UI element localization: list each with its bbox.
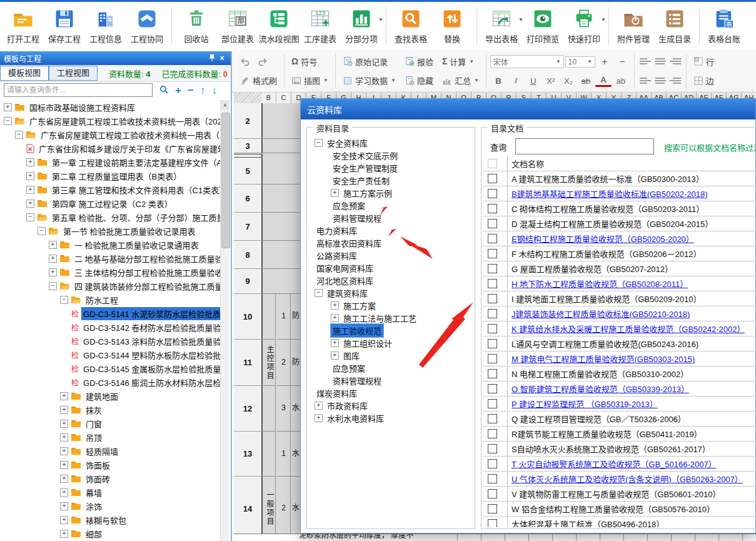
expand-icon[interactable]: + xyxy=(60,406,68,414)
catalog-tree-item[interactable]: +施工组织设计 xyxy=(312,336,467,349)
catalog-tree-item[interactable]: 高标准农田资料库 xyxy=(312,236,467,249)
doc-checkbox[interactable] xyxy=(488,429,497,438)
sheet-cell[interactable]: 2 xyxy=(277,477,291,541)
doc-row[interactable]: F 木结构工程施工质量验收规范（GB50206－2012） xyxy=(483,246,756,261)
tree-item[interactable]: +饰面砖 xyxy=(0,472,221,485)
catalog-tree-label[interactable]: 资料管理规程 xyxy=(331,374,383,387)
catalog-tree-item[interactable]: +施工工法与施工工艺 xyxy=(312,311,467,324)
catalog-tree-label[interactable]: 施工工法与施工工艺 xyxy=(341,311,418,325)
collapse-icon[interactable]: − xyxy=(15,131,23,139)
tree-item-label[interactable]: 一 检验批施工质量验收记录通用表 xyxy=(73,238,201,251)
doc-link[interactable]: P 建设工程监理规范 （GB50319-2013） xyxy=(512,398,658,410)
doc-row[interactable]: M 建筑电气工程施工质量验收规范(GB50303-2015) xyxy=(483,351,756,367)
tree-item[interactable]: +幕墙 xyxy=(0,485,221,499)
tree-item-label[interactable]: 第四章 施工过程记录（C2 类表） xyxy=(50,197,174,210)
doc-link[interactable]: B建筑地基基础工程施工质量验收标准(GB50202-2018) xyxy=(512,188,708,200)
scroll-up-icon[interactable]: ▲ xyxy=(221,100,229,109)
collapse-icon[interactable]: − xyxy=(315,139,323,147)
tree-item-label[interactable]: 细部 xyxy=(84,527,104,540)
sheet-cell[interactable] xyxy=(263,294,276,340)
chevron-down-icon[interactable]: ▼ xyxy=(474,78,479,83)
ribbon-button-undo[interactable] xyxy=(237,55,253,68)
doc-checkbox[interactable] xyxy=(488,234,497,243)
catalog-tree-item[interactable]: 国家电网资料库 xyxy=(312,261,467,274)
strikethrough-button[interactable]: ab xyxy=(578,76,594,86)
toolbar-button-flow[interactable]: 流水段视图 xyxy=(258,2,300,50)
doc-checkbox[interactable] xyxy=(488,354,497,363)
expand-icon[interactable]: + xyxy=(331,339,339,347)
tree-item-label[interactable]: GD-C3-5143 涂料防水层检验批质量验收 xyxy=(81,335,221,348)
doc-link[interactable]: J建筑装饰装修工程质量验收标准(GB50210-2018) xyxy=(512,308,690,320)
toolbar-button-print[interactable]: 快速打印▼ xyxy=(563,2,605,50)
chevron-down-icon[interactable]: ▼ xyxy=(469,59,474,64)
tree-item[interactable]: +细部 xyxy=(0,527,221,540)
tree-item-label[interactable]: GD-C3-5142 卷材防水层检验批质量验收 xyxy=(81,321,221,334)
doc-checkbox[interactable] xyxy=(488,414,497,423)
tree-item-label[interactable]: 第一章 工程建设前期主要法定基建程序文件（A类表） xyxy=(50,156,221,169)
expand-icon[interactable]: + xyxy=(331,189,339,197)
ribbon-button-隐藏[interactable]: 隐藏 xyxy=(401,73,436,88)
catalog-tree-label[interactable]: 资料管理规程 xyxy=(331,211,383,225)
tree-item[interactable]: 检GD-C3-5143 涂料防水层检验批质量验收 xyxy=(0,334,221,348)
tree-item-label[interactable]: 第五章 检验批、分项、分部（子分部）施工质量及分. xyxy=(50,211,221,224)
doc-checkbox[interactable] xyxy=(488,339,497,348)
down-icon[interactable]: ↓ xyxy=(211,85,217,96)
ribbon-button-汇总[interactable]: 汇总▼ xyxy=(439,73,482,88)
catalog-tree-item[interactable]: −安全资料库 xyxy=(312,136,467,149)
doc-checkbox[interactable] xyxy=(488,474,497,483)
doc-checkbox[interactable] xyxy=(488,369,497,378)
expand-icon[interactable]: + xyxy=(331,301,339,310)
sheet-cell[interactable] xyxy=(263,386,276,432)
expand-icon[interactable]: + xyxy=(60,502,68,510)
tree-item-label[interactable]: 第一节 检验批施工质量验收记录用表 xyxy=(61,225,198,238)
catalog-tree-label[interactable]: 应急预案 xyxy=(331,199,367,212)
expand-icon[interactable]: + xyxy=(60,516,68,524)
toolbar-button-ledger[interactable]: 表表格台账 xyxy=(703,2,745,50)
toolbar-button-save[interactable]: 保存工程 xyxy=(44,2,85,50)
wrap-button[interactable]: ab xyxy=(613,76,629,86)
expand-icon[interactable]: + xyxy=(60,392,68,400)
toolbar-button-table-123[interactable]: 123工序建表 xyxy=(300,2,341,50)
doc-checkbox[interactable] xyxy=(488,189,497,198)
tree-item[interactable]: +裱糊与软包 xyxy=(0,513,221,527)
align-right-icon[interactable] xyxy=(668,76,682,86)
catalog-tree-label[interactable]: 施工验收规范 xyxy=(331,324,383,337)
doc-checkbox[interactable] xyxy=(488,384,497,393)
tree-item-label[interactable]: 饰面砖 xyxy=(84,472,112,485)
align-left-icon[interactable] xyxy=(638,76,652,86)
doc-row[interactable]: 大体积混凝土施工标准（GB50496-2018） xyxy=(483,517,756,527)
dialog-titlebar[interactable]: 云资料库 xyxy=(301,99,755,119)
doc-row[interactable]: K 建筑给水排水及采暖工程施工质量验收规范（GB50242-2002） xyxy=(483,321,756,336)
catalog-tree-label[interactable]: 安全技术交底示例 xyxy=(331,149,400,162)
catalog-tree-item[interactable]: 河北地区资料库 xyxy=(312,274,467,286)
font-size-select[interactable]: 10▼ xyxy=(565,56,595,68)
tree-item-label[interactable]: 三 主体结构分部工程检验批施工质量验收记录 xyxy=(73,266,221,279)
doc-row[interactable]: A 建筑工程施工质量验收统一标准（GB50300-2013） xyxy=(483,171,756,186)
doc-link[interactable]: U 气体灭火系统施工及验收规范(含条文说明)（GB50263-2007） xyxy=(512,473,743,485)
catalog-tree-item[interactable]: 施工验收规范 xyxy=(312,324,467,336)
tree-item[interactable]: 检GD-C3-5146 膨润土防水材料防水层检验 xyxy=(0,375,221,389)
doc-checkbox[interactable] xyxy=(488,294,497,303)
italic-button[interactable]: I xyxy=(508,75,524,86)
doc-row[interactable]: S自动喷水灭火系统施工及验收规范（GB50261-2017） xyxy=(483,442,756,457)
tree-item[interactable]: +第四章 施工过程记录（C2 类表） xyxy=(0,196,221,210)
collapse-icon[interactable]: − xyxy=(49,282,57,290)
toolbar-button-attach[interactable]: 附件管理 xyxy=(613,2,654,50)
tree-item[interactable]: +第一章 工程建设前期主要法定基建程序文件（A类表） xyxy=(0,155,221,169)
tree-item-label[interactable]: GD-C3-5144 塑料防水板防水层检验批质 xyxy=(81,348,221,362)
tree-item-label[interactable]: 国标市政基础设施工程资料库 xyxy=(28,101,137,114)
collapse-icon[interactable]: − xyxy=(315,289,323,297)
doc-row[interactable]: J建筑装饰装修工程质量验收标准(GB50210-2018) xyxy=(483,306,756,321)
tree-item[interactable]: +抹灰 xyxy=(0,403,221,417)
tree-item[interactable]: +第二章 工程质量监理用表（B类表） xyxy=(0,169,221,183)
collapse-icon[interactable]: − xyxy=(4,117,12,125)
doc-checkbox[interactable] xyxy=(488,279,497,288)
expand-icon[interactable]: + xyxy=(315,414,323,422)
align-middle-icon[interactable] xyxy=(653,56,667,66)
doc-row[interactable]: I 建筑地面工程施工质量验收规范（GB50209-2010） xyxy=(483,291,756,306)
tree-item[interactable]: +轻质隔墙 xyxy=(0,444,221,458)
catalog-tree-label[interactable]: 市政资料库 xyxy=(325,399,370,412)
catalog-tree-item[interactable]: +市政资料库 xyxy=(312,399,467,412)
doc-link[interactable]: H 地下防水工程质量验收规范（GB50208-2011） xyxy=(512,278,688,290)
tree-item[interactable]: −四 建筑装饰装修分部工程检验批施工质量验收 xyxy=(0,279,221,293)
